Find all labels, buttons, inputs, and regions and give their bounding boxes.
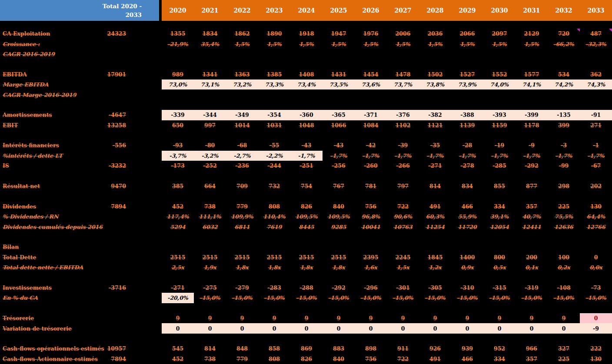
cell-amortissements-2026[interactable]: -371 (355, 110, 387, 120)
cell-marge-ebitda-2029[interactable]: 73,9% (451, 79, 483, 89)
cell-tresorerie-2022[interactable]: 9 (226, 313, 258, 323)
cell-variation-tresorerie-2031[interactable]: 0 (516, 323, 548, 333)
cell-total-dette-2024[interactable]: 2515 (290, 252, 323, 262)
cell-interets-financiers-2028[interactable]: -35 (419, 140, 451, 150)
cell-ca-exploitation-2028[interactable]: 2036 (419, 29, 451, 39)
cell-variation-tresorerie-2028[interactable]: 0 (419, 323, 451, 333)
cell-interets-financiers-2030[interactable]: -19 (483, 140, 516, 150)
cell-ca-exploitation-2032[interactable]: 720 (548, 29, 580, 39)
row-label-pct-dividendes-rn[interactable]: % Dividendes / RN (0, 212, 104, 222)
cell-marge-ebitda-2020[interactable]: 73,0% (162, 79, 194, 89)
total-ebit[interactable]: 13258 (104, 120, 162, 130)
cell-en-pct-du-ca-2023[interactable]: -15,0% (258, 293, 290, 303)
cell-is-2033[interactable]: -67 (580, 161, 612, 171)
cell-variation-tresorerie-2032[interactable]: 0 (548, 323, 580, 333)
cell-marge-ebitda-2024[interactable]: 73,4% (290, 79, 323, 89)
cell-amortissements-2022[interactable]: -349 (226, 110, 258, 120)
cell-pct-interets-dette-lt-2022[interactable]: -2,7% (226, 151, 258, 161)
cell-ca-exploitation-2021[interactable]: 1834 (194, 29, 226, 39)
cell-resultat-net-2027[interactable]: 797 (387, 181, 419, 191)
cell-investissements-2022[interactable]: -279 (226, 283, 258, 293)
row-label-marge-ebitda[interactable]: Marge EBITDA (0, 79, 104, 89)
cell-is-2022[interactable]: -236 (226, 161, 258, 171)
cell-marge-ebitda-2033[interactable]: 74,3% (580, 79, 612, 89)
cell-ebitda-2025[interactable]: 1431 (323, 69, 355, 79)
cell-en-pct-du-ca-2021[interactable]: -15,0% (194, 293, 226, 303)
cell-is-2027[interactable]: -266 (387, 161, 419, 171)
cell-dette-nette-ebitda-2022[interactable]: 1,8x (226, 262, 258, 272)
total-column-header[interactable]: Total 2020 - 2033 (0, 0, 162, 21)
cell-is-2030[interactable]: -285 (483, 161, 516, 171)
cell-dividendes-cumules-2021[interactable]: 6032 (194, 222, 226, 232)
cell-dividendes-2030[interactable]: 334 (483, 202, 516, 212)
cell-interets-financiers-2027[interactable]: -39 (387, 140, 419, 150)
cell-total-dette-2025[interactable]: 2515 (323, 252, 355, 262)
cell-en-pct-du-ca-2028[interactable]: -15,0% (419, 293, 451, 303)
cell-cf-operationnels-2027[interactable]: 911 (387, 344, 419, 354)
cell-en-pct-du-ca-2025[interactable]: -15,0% (323, 293, 355, 303)
cell-amortissements-2024[interactable]: -360 (290, 110, 323, 120)
cell-cf-operationnels-2028[interactable]: 926 (419, 344, 451, 354)
cell-variation-tresorerie-2029[interactable]: 0 (451, 323, 483, 333)
cell-dividendes-cumules-2029[interactable]: 11720 (451, 222, 483, 232)
cell-is-2028[interactable]: -271 (419, 161, 451, 171)
cell-ebit-2031[interactable]: 1178 (516, 120, 548, 130)
cell-cf-operationnels-2020[interactable]: 545 (162, 344, 194, 354)
cell-ebitda-2030[interactable]: 1552 (483, 69, 516, 79)
cell-pct-dividendes-rn-2033[interactable]: 64,4% (580, 212, 612, 222)
row-label-dette-nette-ebitda[interactable]: Total dette nette / EBITDA (0, 262, 104, 272)
cell-total-dette-2020[interactable]: 2515 (162, 252, 194, 262)
cell-pct-interets-dette-lt-2029[interactable]: -1,7% (451, 151, 483, 161)
cell-pct-interets-dette-lt-2020[interactable]: -3,7% (162, 151, 194, 161)
cell-cf-actionnaire-2027[interactable]: 722 (387, 354, 419, 364)
cell-pct-dividendes-rn-2030[interactable]: 39,1% (483, 212, 516, 222)
cell-cf-actionnaire-2032[interactable]: 225 (548, 354, 580, 364)
cell-dette-nette-ebitda-2028[interactable]: 1,2x (419, 262, 451, 272)
cell-variation-tresorerie-2026[interactable]: 0 (355, 323, 387, 333)
cell-cf-actionnaire-2028[interactable]: 491 (419, 354, 451, 364)
cell-amortissements-2028[interactable]: -382 (419, 110, 451, 120)
cell-is-2029[interactable]: -278 (451, 161, 483, 171)
cell-amortissements-2029[interactable]: -388 (451, 110, 483, 120)
cell-pct-interets-dette-lt-2026[interactable]: -1,7% (355, 151, 387, 161)
cell-ebitda-2031[interactable]: 1577 (516, 69, 548, 79)
total-dividendes[interactable]: 7894 (104, 202, 162, 212)
cell-en-pct-du-ca-2029[interactable]: -15,0% (451, 293, 483, 303)
cell-dividendes-2022[interactable]: 779 (226, 202, 258, 212)
cell-marge-ebitda-2028[interactable]: 73,8% (419, 79, 451, 89)
cell-en-pct-du-ca-2027[interactable]: -15,0% (387, 293, 419, 303)
cell-tresorerie-2033[interactable]: 0 (580, 313, 612, 323)
cell-is-2024[interactable]: -251 (290, 161, 323, 171)
row-label-pct-interets-dette-lt[interactable]: %intérêts / dette LT (0, 151, 104, 161)
total-pct-dividendes-rn[interactable] (104, 212, 162, 222)
cell-tresorerie-2025[interactable]: 9 (323, 313, 355, 323)
cell-en-pct-du-ca-2026[interactable]: -15,0% (355, 293, 387, 303)
cell-interets-financiers-2021[interactable]: -80 (194, 140, 226, 150)
cell-ebitda-2022[interactable]: 1363 (226, 69, 258, 79)
cell-dividendes-2033[interactable]: 130 (580, 202, 612, 212)
year-header-2024[interactable]: 2024 (290, 0, 323, 21)
row-label-ebit[interactable]: EBIT (0, 120, 104, 130)
cell-total-dette-2030[interactable]: 800 (483, 252, 516, 262)
year-header-2029[interactable]: 2029 (451, 0, 483, 21)
cell-dividendes-2027[interactable]: 722 (387, 202, 419, 212)
cell-en-pct-du-ca-2031[interactable]: -15,0% (516, 293, 548, 303)
cell-pct-dividendes-rn-2029[interactable]: 55,9% (451, 212, 483, 222)
cell-resultat-net-2025[interactable]: 767 (323, 181, 355, 191)
cell-ca-exploitation-2020[interactable]: 1355 (162, 29, 194, 39)
cell-ebitda-2023[interactable]: 1385 (258, 69, 290, 79)
cell-variation-tresorerie-2025[interactable]: 0 (323, 323, 355, 333)
cell-tresorerie-2024[interactable]: 9 (290, 313, 323, 323)
year-header-2031[interactable]: 2031 (516, 0, 548, 21)
cell-dividendes-cumules-2030[interactable]: 12054 (483, 222, 516, 232)
cell-ca-exploitation-2026[interactable]: 1976 (355, 29, 387, 39)
cell-total-dette-2026[interactable]: 2395 (355, 252, 387, 262)
total-dividendes-cumules[interactable] (104, 222, 162, 232)
cell-cf-operationnels-2032[interactable]: 327 (548, 344, 580, 354)
cell-variation-tresorerie-2021[interactable]: 0 (194, 323, 226, 333)
cell-ca-exploitation-2031[interactable]: 2129 (516, 29, 548, 39)
cell-ebit-2025[interactable]: 1066 (323, 120, 355, 130)
cell-cf-actionnaire-2030[interactable]: 334 (483, 354, 516, 364)
cell-ebitda-2026[interactable]: 1454 (355, 69, 387, 79)
cell-resultat-net-2030[interactable]: 855 (483, 181, 516, 191)
